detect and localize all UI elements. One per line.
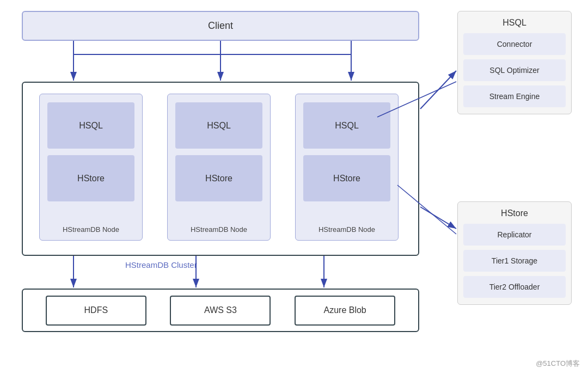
hsql-label-1: HSQL	[79, 121, 103, 131]
storage-aws-s3: AWS S3	[170, 296, 271, 326]
hsql-box-2: HSQL	[175, 102, 262, 149]
hstore-label-2: HStore	[205, 174, 232, 183]
node-label-2: HStreamDB Node	[168, 225, 270, 234]
panel-item-tier2-offloader: Tier2 Offloader	[463, 276, 566, 298]
node-box-1: HSQL HStore HStreamDB Node	[39, 94, 143, 241]
storage-container: HDFS AWS S3 Azure Blob	[22, 289, 419, 332]
panel-item-stream-engine: Stream Engine	[463, 85, 566, 107]
svg-line-13	[420, 207, 456, 229]
hdfs-label: HDFS	[84, 305, 108, 315]
hsql-box-3: HSQL	[303, 102, 390, 149]
hsql-label-2: HSQL	[207, 121, 231, 131]
storage-hdfs: HDFS	[46, 296, 146, 326]
client-box: Client	[22, 11, 419, 41]
storage-azure-blob: Azure Blob	[295, 296, 395, 326]
right-panel-top-title: HSQL	[463, 18, 566, 28]
panel-item-connector: Connector	[463, 33, 566, 55]
hstore-label-1: HStore	[77, 174, 105, 183]
hstore-box-3: HStore	[303, 155, 390, 201]
hsql-box-1: HSQL	[47, 102, 134, 149]
node-box-3: HSQL HStore HStreamDB Node	[295, 94, 399, 241]
right-panel-bottom-title: HStore	[463, 209, 566, 218]
panel-item-sql-optimizer: SQL Optimizer	[463, 59, 566, 81]
hstore-box-1: HStore	[47, 155, 134, 201]
node-label-3: HStreamDB Node	[296, 225, 398, 234]
cluster-label: HStreamDB Cluster	[125, 260, 197, 269]
hstore-box-2: HStore	[175, 155, 262, 201]
node-label-1: HStreamDB Node	[40, 225, 142, 234]
panel-item-tier1-storage: Tier1 Storage	[463, 250, 566, 272]
panel-item-replicator: Replicator	[463, 224, 566, 246]
right-panel-bottom: HStore Replicator Tier1 Storage Tier2 Of…	[457, 201, 572, 305]
client-label: Client	[208, 20, 233, 32]
diagram-container: Client HSQL HStore HStreamDB Node HSQL H…	[0, 0, 588, 374]
hsql-label-3: HSQL	[335, 121, 359, 131]
watermark: @51CTO博客	[536, 359, 580, 369]
aws-s3-label: AWS S3	[204, 305, 237, 315]
hstore-label-3: HStore	[333, 174, 360, 183]
cluster-box: HSQL HStore HStreamDB Node HSQL HStore H…	[22, 82, 419, 256]
node-box-2: HSQL HStore HStreamDB Node	[167, 94, 271, 241]
right-panel-top: HSQL Connector SQL Optimizer Stream Engi…	[457, 11, 572, 114]
azure-blob-label: Azure Blob	[324, 305, 366, 315]
svg-line-12	[420, 71, 456, 109]
